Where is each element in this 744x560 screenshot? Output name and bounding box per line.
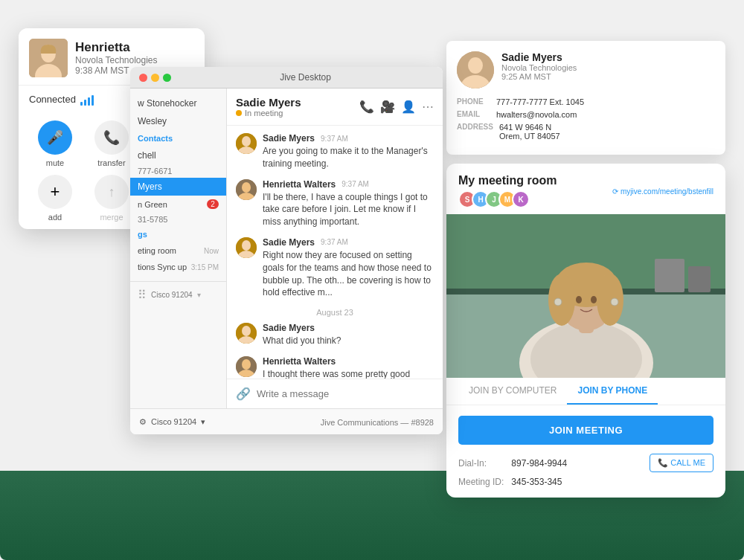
add-icon: + [38, 175, 72, 209]
tab-join-phone[interactable]: JOIN BY PHONE [567, 378, 658, 405]
contact-company: Novola Technologies [501, 63, 577, 72]
sidebar-meeting-time: Now [204, 247, 219, 255]
address-label: Address [457, 123, 493, 141]
transfer-icon: 📞 [94, 120, 129, 155]
sidebar-device: Cisco 91204 [151, 291, 193, 299]
video-icon[interactable]: 🎥 [380, 100, 395, 114]
henrietta-avatar-1 [236, 179, 257, 200]
mute-icon: 🎤 [38, 120, 72, 155]
sidebar-chevron[interactable]: ▾ [197, 291, 201, 299]
svg-point-10 [242, 240, 251, 251]
chat-input[interactable] [257, 388, 434, 399]
sidebar-item-wesley[interactable]: Wesley [130, 112, 226, 130]
chat-header-info: Sadie Myers In meeting [236, 96, 301, 118]
meeting-video [446, 214, 725, 378]
msg-sender-2: Henrietta Walters [263, 179, 336, 190]
settings-icon[interactable]: ⚙ [139, 417, 147, 427]
footer-device-info: ⚙ Cisco 91204 ▾ [139, 417, 205, 427]
sadie-avatar-3 [236, 323, 257, 344]
phone-value: 777-777-7777 Ext. 1045 [496, 97, 584, 106]
meeting-id-value: 345-353-345 [511, 477, 642, 487]
jive-body: w Stonehocker Wesley Contacts chell 777-… [130, 88, 443, 408]
merge-icon: ↑ [94, 175, 129, 209]
tab-join-computer[interactable]: JOIN BY COMPUTER [458, 378, 567, 405]
msg-content-4: Sadie Myers What did you think? [263, 323, 434, 347]
join-meeting-button[interactable]: JOIN MEETING [458, 416, 713, 445]
dialpad-sidebar-icon[interactable]: ⠿ [138, 288, 147, 302]
svg-point-4 [242, 136, 251, 147]
connected-text: Connected [29, 94, 76, 105]
mute-button[interactable]: 🎤 mute [29, 120, 81, 167]
status-indicator [236, 110, 242, 116]
msg-sender-5: Henrietta Walters [263, 356, 336, 367]
email-label: Email [457, 110, 490, 119]
meeting-title-area: My meeting room S H J M K [458, 174, 557, 208]
msg-sender-4: Sadie Myers [263, 323, 315, 333]
message-1: Sadie Myers 9:37 AM Are you going to mak… [236, 133, 434, 170]
jive-chat: Sadie Myers In meeting 📞 🎥 👤 ⋯ [227, 88, 443, 408]
msg-meta-4: Sadie Myers [263, 323, 434, 333]
message-4: Sadie Myers What did you think? [236, 323, 434, 347]
sidebar-sync[interactable]: tions Sync up 3:15 PM [130, 259, 226, 275]
message-3: Sadie Myers 9:37 AM Right now they are f… [236, 237, 434, 299]
msg-content-5: Henrietta Walters I thought there was so… [263, 356, 434, 379]
signal-icon [80, 94, 94, 106]
chat-status: In meeting [236, 109, 301, 118]
sidebar-chell-phone: 777-6671 [130, 164, 226, 178]
phone-icon[interactable]: 📞 [359, 100, 374, 114]
msg-time-2: 9:37 AM [341, 180, 369, 188]
jive-window: Jive Desktop w Stonehocker Wesley Contac… [130, 67, 443, 434]
merge-label: merge [100, 213, 123, 222]
attachment-icon[interactable]: 🔗 [236, 387, 251, 401]
sadie-avatar-2 [236, 237, 257, 258]
svg-point-36 [554, 298, 562, 306]
window-controls [139, 74, 171, 82]
msg-content-3: Sadie Myers 9:37 AM Right now they are f… [263, 237, 434, 299]
close-dot[interactable] [139, 74, 147, 82]
msg-time-1: 9:37 AM [321, 135, 348, 143]
meeting-tabs: JOIN BY COMPUTER JOIN BY PHONE [446, 378, 725, 405]
more-icon[interactable]: ⋯ [422, 100, 434, 114]
msg-content-2: Henrietta Walters 9:37 AM I'll be there,… [263, 179, 434, 228]
msg-text-1: Are you going to make it to the Manager'… [263, 145, 434, 170]
meeting-link[interactable]: ⟳ myjive.com/meeting/bstenfill [612, 187, 713, 196]
sidebar-item-stonehocker[interactable]: w Stonehocker [130, 94, 226, 112]
sidebar-phone-num: 31-5785 [130, 213, 226, 226]
msg-sender-1: Sadie Myers [263, 133, 315, 144]
add-button[interactable]: + add [29, 175, 81, 222]
jive-sidebar: w Stonehocker Wesley Contacts chell 777-… [130, 88, 227, 408]
date-divider: August 23 [236, 308, 434, 317]
sidebar-recents: w Stonehocker Wesley Contacts chell 777-… [130, 88, 226, 281]
address-value: 641 W 9646 N Orem, UT 84057 [499, 123, 560, 141]
caller-name: Henrietta [75, 40, 158, 55]
message-2: Henrietta Walters 9:37 AM I'll be there,… [236, 179, 434, 228]
contact-details: Phone 777-777-7777 Ext. 1045 Email hwalt… [457, 97, 715, 141]
svg-rect-24 [655, 259, 684, 292]
meeting-id-label: Meeting ID: [458, 477, 504, 487]
device-name: Cisco 91204 [151, 417, 196, 426]
chat-header: Sadie Myers In meeting 📞 🎥 👤 ⋯ [227, 88, 443, 126]
sidebar-item-chell[interactable]: chell [130, 147, 226, 164]
svg-point-32 [548, 274, 575, 326]
sidebar-item-green[interactable]: n Green 2 [130, 196, 226, 213]
msg-content-1: Sadie Myers 9:37 AM Are you going to mak… [263, 133, 434, 170]
status-text: In meeting [245, 109, 283, 118]
sidebar-meeting-room[interactable]: eting room Now [130, 242, 226, 259]
sidebar-item-myers[interactable]: Myers [130, 178, 226, 196]
maximize-dot[interactable] [163, 74, 171, 82]
chat-messages: Sadie Myers 9:37 AM Are you going to mak… [227, 126, 443, 379]
meeting-card-header: My meeting room S H J M K ⟳ myjive.com/m… [446, 164, 725, 214]
contact-info: Sadie Myers Novola Technologies 9:25 AM … [501, 51, 577, 88]
add-contact-icon[interactable]: 👤 [401, 100, 416, 114]
sidebar-green-badge: 2 [207, 199, 219, 209]
svg-rect-25 [688, 266, 711, 292]
svg-point-13 [242, 326, 251, 336]
msg-sender-3: Sadie Myers [263, 237, 315, 248]
chat-input-area: 🔗 [227, 379, 443, 408]
minimize-dot[interactable] [151, 74, 159, 82]
call-me-button[interactable]: 📞 CALL ME [650, 454, 713, 472]
msg-meta-5: Henrietta Walters [263, 356, 434, 367]
sidebar-sync-label: tions Sync up [138, 263, 187, 271]
footer-chevron[interactable]: ▾ [201, 417, 205, 427]
contact-name: Sadie Myers [501, 51, 577, 63]
